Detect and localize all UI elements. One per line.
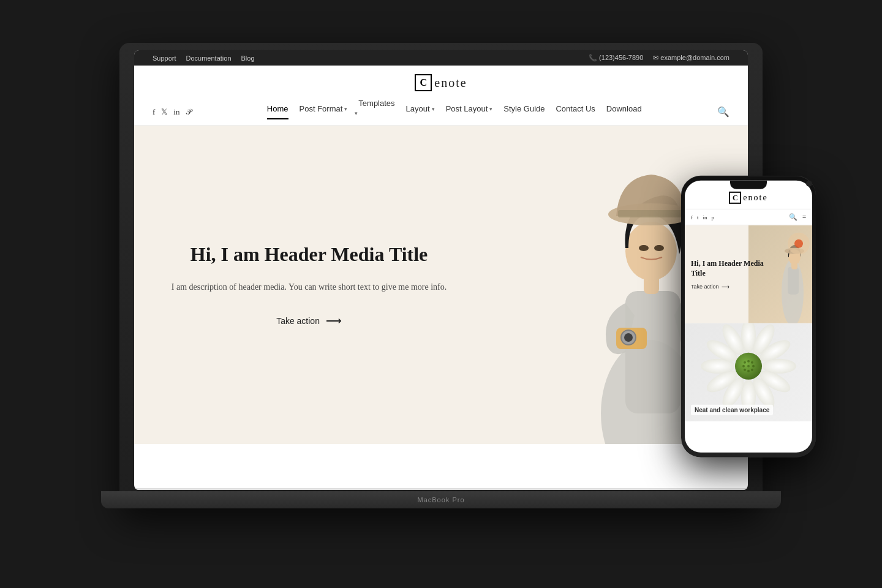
daisy-flower-illustration [699, 323, 797, 415]
svg-point-17 [794, 239, 803, 248]
hero-description: I am description of header media. You ca… [171, 280, 447, 295]
nav-link-templates[interactable]: Templates [358, 99, 394, 114]
social-icons-group: f 𝕏 in 𝒫 [153, 107, 191, 117]
twitter-icon[interactable]: 𝕏 [161, 107, 167, 117]
phone-card-label: Neat and clean workplace [691, 405, 773, 415]
nav-link-layout[interactable]: Layout ▾ [406, 104, 435, 119]
hero-title: Hi, I am Header Media Title [171, 242, 447, 268]
svg-point-31 [744, 361, 746, 364]
site-topbar: Support Documentation Blog 📞 (123)456-78… [134, 50, 748, 66]
svg-point-33 [751, 361, 753, 364]
nav-link-post-format[interactable]: Post Format ▾ [300, 104, 348, 119]
phone-dot [806, 181, 812, 187]
pinterest-icon[interactable]: 𝒫 [186, 107, 191, 117]
linkedin-icon[interactable]: in [173, 107, 179, 117]
svg-rect-1 [625, 291, 680, 413]
phone-hero-section: Hi, I am Header Media Title Take action … [685, 225, 812, 323]
topbar-right: 📞 (123)456-7890 ✉ example@domain.com [589, 54, 729, 62]
hero-cta-label: Take action [276, 316, 320, 326]
hero-cta-arrow-icon: ⟶ [326, 314, 342, 328]
phone-logo-text: enote [743, 193, 767, 203]
svg-point-6 [625, 222, 677, 281]
nav-item-layout[interactable]: Layout ▾ [406, 104, 435, 119]
hero-cta-button[interactable]: Take action ⟶ [276, 314, 342, 328]
phone-logo-letter-box: C [729, 192, 741, 204]
phone-notch [730, 181, 767, 189]
svg-rect-8 [618, 210, 685, 217]
phone-search-icon[interactable]: 🔍 [789, 213, 797, 221]
svg-point-37 [744, 369, 746, 371]
phone-hero-cta[interactable]: Take action ⟶ [691, 283, 772, 289]
logo-letter-box: C [415, 74, 432, 91]
phone-logo-letter: C [733, 193, 738, 202]
phone-pinterest-icon[interactable]: p [712, 214, 715, 220]
logo-text: enote [434, 76, 467, 90]
svg-point-36 [747, 370, 750, 372]
templates-dropdown-arrow: ▾ [355, 110, 358, 116]
nav-link-post-layout[interactable]: Post Layout ▾ [446, 104, 493, 119]
phone-hero-title: Hi, I am Header Media Title [691, 259, 772, 278]
svg-point-32 [747, 360, 750, 363]
nav-item-style-guide[interactable]: Style Guide [503, 104, 545, 119]
phone-cta-arrow: ⟶ [722, 283, 729, 289]
post-layout-dropdown-arrow: ▾ [489, 106, 492, 112]
svg-point-10 [654, 245, 664, 251]
topbar-documentation-link[interactable]: Documentation [186, 55, 232, 62]
nav-item-contact[interactable]: Contact Us [556, 104, 595, 119]
search-icon[interactable]: 🔍 [717, 106, 729, 118]
svg-point-39 [747, 365, 750, 368]
laptop-bezel: Support Documentation Blog 📞 (123)456-78… [134, 50, 748, 490]
svg-rect-12 [788, 267, 799, 295]
phone-twitter-icon[interactable]: t [697, 214, 699, 220]
phone-facebook-icon[interactable]: f [691, 214, 693, 220]
laptop-device: Support Documentation Blog 📞 (123)456-78… [119, 43, 763, 545]
laptop-base [101, 491, 781, 508]
dropdown-arrow: ▾ [344, 106, 347, 112]
main-nav: Home Post Format ▾ Templates ▾ [267, 99, 642, 125]
phone-cta-label: Take action [691, 283, 719, 289]
site-logo[interactable]: C enote [415, 74, 467, 91]
nav-link-home[interactable]: Home [267, 104, 288, 119]
svg-point-9 [639, 245, 649, 251]
layout-dropdown-arrow: ▾ [432, 106, 435, 112]
phone-action-icons: 🔍 ≡ [789, 213, 806, 221]
laptop-body: Support Documentation Blog 📞 (123)456-78… [119, 43, 763, 508]
nav-item-post-layout[interactable]: Post Layout ▾ [446, 104, 493, 119]
phone-device: C enote f t in p 🔍 ≡ [681, 176, 816, 458]
topbar-phone: 📞 (123)456-7890 [589, 54, 643, 62]
nav-row: f 𝕏 in 𝒫 Home Post Format ▾ [153, 99, 729, 125]
phone-icons-row: f t in p 🔍 ≡ [685, 209, 812, 225]
nav-link-contact[interactable]: Contact Us [556, 104, 595, 119]
phone-body: C enote f t in p 🔍 ≡ [681, 176, 816, 458]
nav-item-templates[interactable]: Templates ▾ [358, 99, 394, 125]
scene: Support Documentation Blog 📞 (123)456-78… [0, 0, 882, 588]
nav-item-home[interactable]: Home [267, 104, 288, 119]
svg-point-34 [752, 365, 755, 368]
phone-menu-icon[interactable]: ≡ [802, 213, 806, 221]
svg-point-38 [742, 365, 745, 368]
topbar-support-link[interactable]: Support [153, 55, 176, 62]
phone-social-icons: f t in p [691, 214, 714, 220]
nav-item-download[interactable]: Download [606, 104, 642, 119]
phone-logo[interactable]: C enote [729, 192, 767, 204]
svg-point-35 [751, 369, 753, 371]
site-header: C enote f 𝕏 in 𝒫 [134, 66, 748, 126]
phone-screen: C enote f t in p 🔍 ≡ [685, 181, 812, 453]
logo-letter: C [420, 77, 428, 88]
phone-hero-text: Hi, I am Header Media Title Take action … [691, 259, 772, 289]
phone-flower-card: Neat and clean workplace [685, 323, 812, 421]
hero-section: Hi, I am Header Media Title I am descrip… [134, 126, 748, 444]
laptop-screen: Support Documentation Blog 📞 (123)456-78… [134, 50, 748, 490]
topbar-blog-link[interactable]: Blog [241, 55, 255, 62]
facebook-icon[interactable]: f [153, 107, 155, 117]
topbar-left: Support Documentation Blog [153, 55, 255, 62]
topbar-email: ✉ example@domain.com [653, 54, 729, 62]
svg-point-4 [624, 333, 633, 342]
phone-flower-hint [786, 232, 811, 256]
hero-text-area: Hi, I am Header Media Title I am descrip… [134, 205, 472, 364]
phone-linkedin-icon[interactable]: in [703, 214, 707, 220]
nav-item-post-format[interactable]: Post Format ▾ [300, 104, 348, 119]
nav-link-style-guide[interactable]: Style Guide [503, 104, 545, 119]
nav-link-download[interactable]: Download [606, 104, 642, 119]
